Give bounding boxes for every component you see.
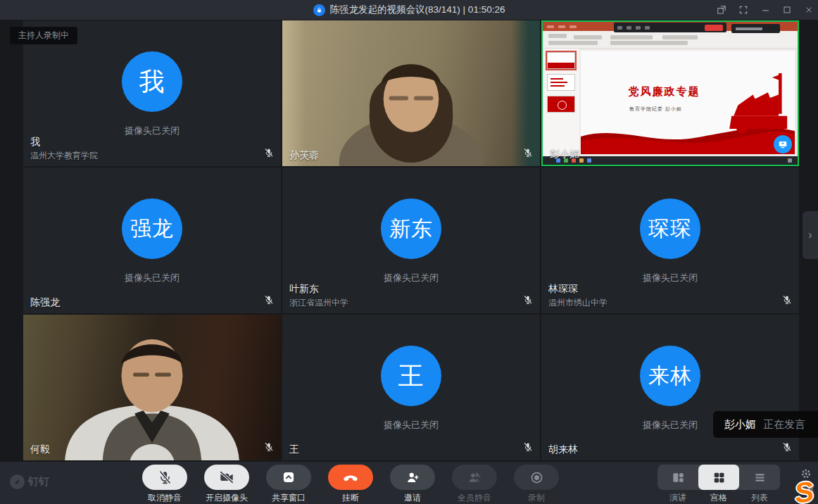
camera-off-label: 摄像头已关闭 (125, 125, 180, 137)
participant-name: 何毅 (30, 443, 50, 456)
speaking-name: 彭小媚 (724, 418, 756, 431)
participant-grid: 我 摄像头已关闭 我 温州大学教育学院 (0, 20, 818, 462)
avatar: 来林 (640, 346, 700, 406)
speaking-status: 正在发言 (763, 418, 805, 431)
video-feed (282, 20, 540, 166)
participant-tile-video[interactable]: 何毅 (23, 315, 281, 460)
window-title: 陈强龙发起的视频会议(83/141) | 01:50:26 (330, 4, 505, 16)
record-button[interactable]: 录制 (514, 465, 559, 504)
participant-name: 彭小媚 (550, 148, 579, 160)
participant-name: 陈强龙 (30, 296, 60, 309)
meeting-toolbar: 钉钉 取消静音 开启摄像头 共享窗口 (0, 462, 818, 504)
avatar: 我 (122, 51, 182, 112)
slide-subtitle: 教育学院纪委 彭小媚 (581, 106, 731, 113)
camera-off-label: 摄像头已关闭 (125, 272, 180, 284)
meeting-window: 陈强龙发起的视频会议(83/141) | 01:50:26 我 (0, 0, 818, 504)
participant-org: 温州大学教育学院 (30, 150, 98, 162)
dingtalk-logo: 钉钉 (10, 474, 49, 489)
hangup-button[interactable]: 挂断 (328, 465, 373, 504)
camera-off-label: 摄像头已关闭 (384, 272, 439, 284)
participant-name: 胡来林 (548, 443, 578, 456)
lock-icon (313, 4, 325, 16)
invite-button[interactable]: 邀请 (390, 465, 435, 504)
view-grid-label: 宫格 (698, 492, 739, 504)
hangup-icon (328, 465, 373, 490)
ppt-slide-panel (543, 49, 579, 156)
view-switcher: 演讲 宫格 列表 (657, 465, 780, 504)
speaker-view-icon (672, 471, 685, 484)
participant-tile[interactable]: 强龙 摄像头已关闭 陈强龙 (23, 168, 281, 313)
fullscreen-icon[interactable] (736, 2, 751, 18)
participant-name: 我 (30, 136, 98, 149)
minimize-button[interactable] (757, 2, 773, 18)
view-speaker-tab[interactable] (657, 465, 698, 490)
video-feed (23, 315, 281, 460)
stop-share-button (705, 25, 723, 31)
camera-off-icon (204, 465, 249, 490)
participant-tile-screenshare[interactable]: 党风廉政专题 教育学院纪委 彭小媚 (541, 20, 799, 166)
camera-on-button[interactable]: 开启摄像头 (204, 465, 249, 504)
mic-muted-icon (264, 295, 274, 308)
view-list-label: 列表 (739, 492, 780, 504)
participant-tile[interactable]: 琛琛 摄像头已关闭 林琛琛 温州市绣山中学 (541, 168, 799, 313)
mic-muted-icon (523, 295, 533, 308)
participant-name: 孙芙蓉 (289, 149, 319, 162)
ppt-ribbon (543, 31, 798, 49)
mic-muted-icon (142, 465, 187, 490)
participant-tile[interactable]: 来林 摄像头已关闭 胡来林 (541, 315, 799, 460)
unmute-button[interactable]: 取消静音 (142, 465, 187, 504)
chevron-right-icon: › (808, 229, 812, 241)
mic-muted-icon (782, 442, 792, 455)
camera-off-label: 摄像头已关闭 (384, 419, 439, 431)
mute-all-button[interactable]: 全员静音 (452, 465, 497, 504)
mic-muted-icon (264, 442, 274, 455)
view-speaker-label: 演讲 (657, 492, 698, 504)
participant-name: 叶新东 (289, 283, 348, 296)
grid-view-icon (712, 471, 726, 484)
view-list-tab[interactable] (739, 465, 780, 490)
slide-thumbnail (547, 96, 575, 113)
maximize-button[interactable] (779, 2, 795, 18)
dingtalk-logo-text: 钉钉 (28, 475, 49, 489)
popout-icon[interactable] (714, 2, 729, 18)
share-window-button[interactable]: 共享窗口 (266, 465, 311, 504)
participant-org: 浙江省温州中学 (289, 297, 348, 309)
share-window-icon (266, 465, 311, 490)
sharing-dropdown (731, 24, 780, 33)
participant-name: 王 (289, 443, 299, 456)
floating-meeting-bar (614, 23, 726, 32)
participant-tile[interactable]: 新东 摄像头已关闭 叶新东 浙江省温州中学 (282, 168, 540, 313)
list-view-icon (753, 471, 767, 484)
camera-off-label: 摄像头已关闭 (643, 272, 698, 284)
avatar: 琛琛 (640, 199, 700, 259)
participant-org: 温州市绣山中学 (548, 297, 608, 309)
taskbar (543, 156, 798, 165)
mic-muted-icon (523, 442, 533, 455)
mute-all-icon (452, 465, 497, 490)
avatar: 王 (381, 346, 441, 406)
participant-tile-video[interactable]: 孙芙蓉 (282, 20, 540, 166)
camera-off-label: 摄像头已关闭 (643, 419, 698, 431)
mic-muted-icon (782, 295, 792, 308)
side-panel-toggle[interactable]: › (803, 211, 818, 259)
mic-muted-icon (264, 148, 274, 160)
dingtalk-bird-icon (10, 474, 25, 489)
avatar: 强龙 (122, 199, 182, 259)
speaking-toast: 彭小媚 正在发言 (713, 411, 818, 438)
ppt-slide: 党风廉政专题 教育学院纪委 彭小媚 (581, 51, 795, 154)
invite-person-icon (390, 465, 435, 490)
screen-share-badge-icon (774, 135, 792, 153)
avatar: 新东 (381, 199, 441, 259)
participant-tile[interactable]: 王 摄像头已关闭 王 (282, 315, 540, 460)
view-grid-tab[interactable] (698, 465, 739, 490)
slide-thumbnail (547, 74, 575, 91)
title-bar: 陈强龙发起的视频会议(83/141) | 01:50:26 (0, 0, 818, 20)
mic-muted-icon (523, 148, 533, 160)
close-button[interactable] (801, 2, 817, 18)
record-icon (514, 465, 559, 490)
slide-thumbnail (547, 52, 575, 69)
participant-name: 林琛琛 (548, 283, 608, 296)
host-recording-badge: 主持人录制中 (10, 27, 77, 44)
shared-screen: 党风廉政专题 教育学院纪委 彭小媚 (543, 22, 798, 165)
